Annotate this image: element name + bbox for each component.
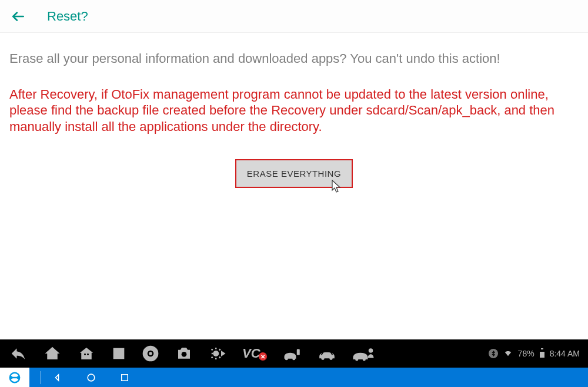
svg-point-16 bbox=[368, 348, 373, 353]
content-area: Erase all your personal information and … bbox=[0, 33, 588, 188]
svg-point-7 bbox=[182, 352, 187, 357]
recovery-warning: After Recovery, if OtoFix management pro… bbox=[9, 86, 579, 135]
page-title: Reset? bbox=[47, 9, 88, 24]
system-navbar bbox=[0, 368, 588, 387]
svg-point-9 bbox=[285, 357, 288, 360]
svg-rect-3 bbox=[113, 348, 125, 359]
reply-icon[interactable] bbox=[8, 345, 28, 362]
nav-recents-icon[interactable] bbox=[119, 372, 130, 383]
brightness-icon[interactable] bbox=[208, 345, 228, 362]
home-icon[interactable] bbox=[42, 345, 62, 362]
nav-back-icon[interactable] bbox=[51, 372, 63, 383]
erase-everything-button[interactable]: ERASE EVERYTHING bbox=[235, 159, 353, 188]
svg-point-8 bbox=[213, 351, 219, 356]
svg-point-21 bbox=[88, 374, 95, 381]
car-key-icon[interactable] bbox=[281, 345, 302, 362]
nav-home-icon[interactable] bbox=[85, 372, 97, 383]
android-home-icon[interactable] bbox=[76, 345, 96, 362]
car-person-icon[interactable] bbox=[352, 345, 375, 362]
svg-rect-11 bbox=[296, 349, 299, 355]
svg-point-2 bbox=[87, 354, 89, 355]
teamviewer-app-icon[interactable] bbox=[0, 368, 29, 387]
svg-point-15 bbox=[362, 358, 365, 361]
recent-apps-icon[interactable] bbox=[111, 345, 127, 362]
car-icon[interactable] bbox=[316, 345, 338, 362]
chrome-icon[interactable] bbox=[141, 344, 160, 363]
clock-time: 8:44 AM bbox=[550, 349, 580, 358]
svg-point-6 bbox=[149, 352, 152, 355]
app-header: Reset? bbox=[0, 0, 588, 33]
battery-percent: 78% bbox=[518, 349, 534, 358]
bluetooth-status-icon bbox=[489, 349, 498, 358]
svg-point-13 bbox=[329, 357, 332, 360]
svg-point-14 bbox=[355, 358, 358, 361]
app-taskbar: VC ✕ 78% 8:44 AM bbox=[0, 339, 588, 368]
svg-rect-17 bbox=[541, 348, 543, 349]
svg-rect-22 bbox=[122, 374, 128, 381]
svg-rect-19 bbox=[540, 349, 544, 352]
confirmation-prompt: Erase all your personal information and … bbox=[9, 51, 579, 68]
svg-point-1 bbox=[84, 354, 86, 355]
battery-icon bbox=[539, 348, 545, 359]
camera-icon[interactable] bbox=[174, 345, 194, 362]
back-arrow-icon[interactable] bbox=[11, 9, 26, 24]
svg-point-12 bbox=[321, 357, 324, 360]
svg-point-10 bbox=[292, 357, 295, 360]
vci-status-icon[interactable]: VC ✕ bbox=[242, 346, 267, 361]
wifi-icon bbox=[503, 349, 513, 359]
